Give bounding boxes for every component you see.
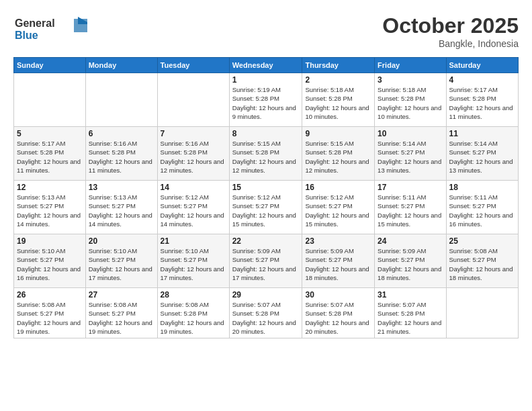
header-tuesday: Tuesday: [157, 58, 229, 73]
day-number: 4: [449, 75, 515, 85]
day-info: Sunrise: 5:15 AM Sunset: 5:28 PM Dayligh…: [305, 139, 371, 175]
table-cell: [446, 288, 518, 338]
day-number: 10: [378, 129, 443, 138]
table-cell: 12Sunrise: 5:13 AM Sunset: 5:27 PM Dayli…: [14, 181, 86, 234]
day-number: 26: [17, 290, 83, 300]
day-number: 20: [89, 236, 154, 246]
table-cell: [14, 73, 86, 127]
logo: General Blue: [13, 13, 87, 46]
day-info: Sunrise: 5:13 AM Sunset: 5:27 PM Dayligh…: [89, 193, 154, 228]
day-number: 30: [305, 290, 371, 300]
table-cell: 24Sunrise: 5:09 AM Sunset: 5:27 PM Dayli…: [375, 234, 446, 288]
table-cell: 8Sunrise: 5:15 AM Sunset: 5:28 PM Daylig…: [229, 127, 302, 181]
header-monday: Monday: [85, 58, 157, 73]
title-block: October 2025 Bangkle, Indonesia: [382, 13, 519, 49]
day-info: Sunrise: 5:08 AM Sunset: 5:28 PM Dayligh…: [161, 300, 226, 336]
day-number: 25: [449, 236, 515, 246]
day-number: 24: [378, 236, 443, 246]
day-number: 27: [89, 290, 154, 300]
table-cell: 25Sunrise: 5:08 AM Sunset: 5:27 PM Dayli…: [446, 234, 518, 288]
table-cell: 21Sunrise: 5:10 AM Sunset: 5:27 PM Dayli…: [157, 234, 229, 288]
table-cell: 6Sunrise: 5:16 AM Sunset: 5:28 PM Daylig…: [85, 127, 157, 181]
day-number: 28: [161, 290, 226, 300]
day-info: Sunrise: 5:10 AM Sunset: 5:27 PM Dayligh…: [89, 246, 154, 282]
day-info: Sunrise: 5:19 AM Sunset: 5:28 PM Dayligh…: [232, 85, 300, 121]
day-info: Sunrise: 5:09 AM Sunset: 5:27 PM Dayligh…: [305, 246, 371, 282]
day-info: Sunrise: 5:18 AM Sunset: 5:28 PM Dayligh…: [305, 85, 371, 121]
day-info: Sunrise: 5:09 AM Sunset: 5:27 PM Dayligh…: [378, 246, 443, 282]
day-info: Sunrise: 5:14 AM Sunset: 5:27 PM Dayligh…: [378, 139, 443, 175]
table-cell: 27Sunrise: 5:08 AM Sunset: 5:27 PM Dayli…: [85, 288, 157, 338]
day-info: Sunrise: 5:10 AM Sunset: 5:27 PM Dayligh…: [161, 246, 226, 282]
table-cell: 19Sunrise: 5:10 AM Sunset: 5:27 PM Dayli…: [14, 234, 86, 288]
calendar-header-row: Sunday Monday Tuesday Wednesday Thursday…: [14, 58, 519, 73]
day-info: Sunrise: 5:16 AM Sunset: 5:28 PM Dayligh…: [89, 139, 154, 175]
location: Bangkle, Indonesia: [382, 38, 519, 49]
day-info: Sunrise: 5:11 AM Sunset: 5:27 PM Dayligh…: [378, 193, 443, 228]
header-sunday: Sunday: [14, 58, 86, 73]
day-info: Sunrise: 5:07 AM Sunset: 5:28 PM Dayligh…: [305, 300, 371, 336]
day-number: 3: [378, 75, 443, 85]
day-info: Sunrise: 5:09 AM Sunset: 5:27 PM Dayligh…: [232, 246, 300, 282]
svg-text:General: General: [15, 17, 55, 29]
day-number: 13: [89, 183, 154, 192]
day-info: Sunrise: 5:10 AM Sunset: 5:27 PM Dayligh…: [17, 246, 83, 282]
table-cell: 29Sunrise: 5:07 AM Sunset: 5:28 PM Dayli…: [229, 288, 302, 338]
day-number: 17: [378, 183, 443, 192]
day-info: Sunrise: 5:07 AM Sunset: 5:28 PM Dayligh…: [378, 300, 443, 336]
table-cell: 3Sunrise: 5:18 AM Sunset: 5:28 PM Daylig…: [375, 73, 446, 127]
day-info: Sunrise: 5:14 AM Sunset: 5:27 PM Dayligh…: [449, 139, 515, 175]
header-wednesday: Wednesday: [229, 58, 302, 73]
table-cell: 14Sunrise: 5:12 AM Sunset: 5:27 PM Dayli…: [157, 181, 229, 234]
day-number: 19: [17, 236, 83, 246]
day-number: 23: [305, 236, 371, 246]
table-cell: 28Sunrise: 5:08 AM Sunset: 5:28 PM Dayli…: [157, 288, 229, 338]
table-cell: 22Sunrise: 5:09 AM Sunset: 5:27 PM Dayli…: [229, 234, 302, 288]
day-info: Sunrise: 5:11 AM Sunset: 5:27 PM Dayligh…: [449, 193, 515, 228]
day-info: Sunrise: 5:16 AM Sunset: 5:28 PM Dayligh…: [161, 139, 226, 175]
day-info: Sunrise: 5:15 AM Sunset: 5:28 PM Dayligh…: [232, 139, 300, 175]
header-friday: Friday: [375, 58, 446, 73]
day-info: Sunrise: 5:08 AM Sunset: 5:27 PM Dayligh…: [449, 246, 515, 282]
svg-text:Blue: Blue: [15, 30, 38, 41]
table-cell: 9Sunrise: 5:15 AM Sunset: 5:28 PM Daylig…: [302, 127, 375, 181]
table-cell: 7Sunrise: 5:16 AM Sunset: 5:28 PM Daylig…: [157, 127, 229, 181]
table-cell: 4Sunrise: 5:17 AM Sunset: 5:28 PM Daylig…: [446, 73, 518, 127]
day-number: 11: [449, 129, 515, 138]
day-number: 1: [232, 75, 300, 85]
table-cell: 16Sunrise: 5:12 AM Sunset: 5:27 PM Dayli…: [302, 181, 375, 234]
day-number: 16: [305, 183, 371, 192]
day-number: 12: [17, 183, 83, 192]
table-cell: 30Sunrise: 5:07 AM Sunset: 5:28 PM Dayli…: [302, 288, 375, 338]
day-info: Sunrise: 5:13 AM Sunset: 5:27 PM Dayligh…: [17, 193, 83, 228]
table-cell: 13Sunrise: 5:13 AM Sunset: 5:27 PM Dayli…: [85, 181, 157, 234]
day-number: 14: [161, 183, 226, 192]
day-number: 29: [232, 290, 300, 300]
day-number: 31: [378, 290, 443, 300]
header: General Blue October 2025 Bangkle, Indon…: [13, 13, 519, 49]
table-cell: 31Sunrise: 5:07 AM Sunset: 5:28 PM Dayli…: [375, 288, 446, 338]
day-number: 9: [305, 129, 371, 138]
day-info: Sunrise: 5:12 AM Sunset: 5:27 PM Dayligh…: [161, 193, 226, 228]
table-cell: 15Sunrise: 5:12 AM Sunset: 5:27 PM Dayli…: [229, 181, 302, 234]
logo-icon: General Blue: [13, 13, 87, 43]
day-info: Sunrise: 5:18 AM Sunset: 5:28 PM Dayligh…: [378, 85, 443, 121]
day-number: 15: [232, 183, 300, 192]
day-number: 18: [449, 183, 515, 192]
day-number: 2: [305, 75, 371, 85]
header-thursday: Thursday: [302, 58, 375, 73]
table-cell: 1Sunrise: 5:19 AM Sunset: 5:28 PM Daylig…: [229, 73, 302, 127]
day-info: Sunrise: 5:07 AM Sunset: 5:28 PM Dayligh…: [232, 300, 300, 336]
month-title: October 2025: [382, 13, 519, 38]
table-cell: 18Sunrise: 5:11 AM Sunset: 5:27 PM Dayli…: [446, 181, 518, 234]
day-info: Sunrise: 5:08 AM Sunset: 5:27 PM Dayligh…: [17, 300, 83, 336]
day-number: 5: [17, 129, 83, 138]
table-cell: 2Sunrise: 5:18 AM Sunset: 5:28 PM Daylig…: [302, 73, 375, 127]
page: General Blue October 2025 Bangkle, Indon…: [0, 0, 532, 411]
day-number: 7: [161, 129, 226, 138]
table-cell: 17Sunrise: 5:11 AM Sunset: 5:27 PM Dayli…: [375, 181, 446, 234]
calendar-table: Sunday Monday Tuesday Wednesday Thursday…: [13, 57, 519, 338]
table-cell: 20Sunrise: 5:10 AM Sunset: 5:27 PM Dayli…: [85, 234, 157, 288]
header-saturday: Saturday: [446, 58, 518, 73]
day-number: 8: [232, 129, 300, 138]
